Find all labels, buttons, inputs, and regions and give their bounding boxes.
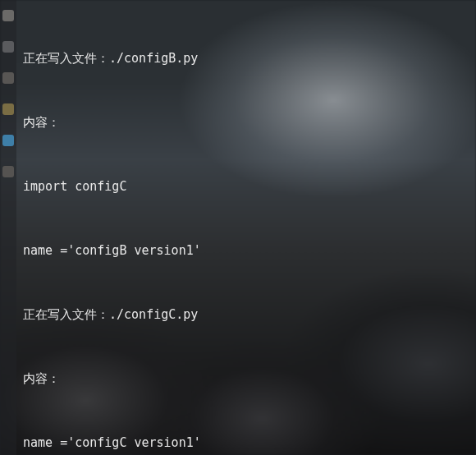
tray-icon[interactable] — [2, 135, 14, 146]
tray-icon[interactable] — [2, 72, 14, 84]
terminal-line: import configC — [23, 176, 468, 197]
terminal-line: 正在写入文件：./configC.py — [23, 304, 468, 325]
tray-icon[interactable] — [2, 10, 14, 21]
terminal-line: 内容： — [23, 368, 468, 389]
terminal-line: 正在写入文件：./configB.py — [23, 48, 468, 69]
tray-icon[interactable] — [2, 41, 14, 53]
tray-icon[interactable] — [2, 166, 14, 177]
terminal-line: name ='configB version1' — [23, 240, 468, 261]
terminal-line: 内容： — [23, 112, 468, 133]
tray-icon[interactable] — [2, 103, 14, 115]
terminal-line: name ='configC version1' — [23, 432, 468, 453]
terminal-output[interactable]: 正在写入文件：./configB.py 内容： import configC n… — [16, 0, 476, 455]
system-tray-strip — [0, 0, 16, 455]
